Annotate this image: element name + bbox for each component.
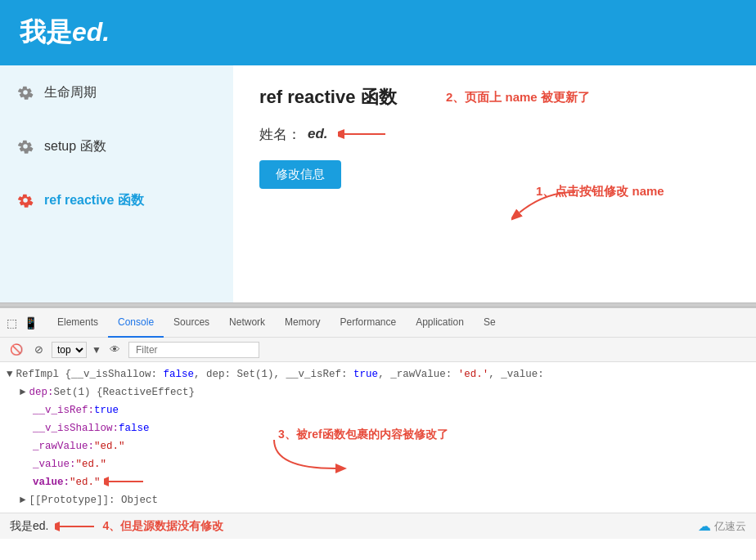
console-output-wrapper: RefImpl {__v_isShallow: false, dep: Set(… (0, 362, 756, 513)
expand-dep[interactable] (20, 384, 26, 401)
tab-elements[interactable]: Elements (47, 308, 108, 338)
annotation-1: 1、点击按钮修改 name (536, 184, 664, 199)
footer-brand: ☁ 亿速云 (698, 518, 746, 534)
sidebar-item-ref-reactive[interactable]: ref reactive 函数 (0, 173, 233, 227)
inspect-icon[interactable]: ⬚ (7, 316, 17, 329)
sidebar-label-ref-reactive: ref reactive 函数 (44, 192, 144, 209)
console-line-dep: dep: Set(1) {ReactiveEffect} (7, 383, 749, 401)
footer-text: 我是ed. (10, 519, 48, 534)
gear-icon-setup (16, 137, 34, 155)
header-title: 我是ed. (20, 15, 110, 51)
main-area: 生命周期 setup 函数 ref reactive 函数 ref reacti… (0, 65, 756, 302)
content-area: ref reactive 函数 姓名： ed. 2、页面上 name 被更新了 … (233, 65, 756, 302)
sidebar-item-setup[interactable]: setup 函数 (0, 119, 233, 173)
sidebar-item-lifecycle[interactable]: 生命周期 (0, 65, 233, 119)
sidebar-label-lifecycle: 生命周期 (44, 84, 97, 101)
console-line-prototype: [[Prototype]]: Object (7, 491, 749, 509)
arrow-to-value (104, 474, 145, 489)
context-select[interactable]: top (52, 342, 87, 358)
filter-button[interactable]: ⊘ (31, 342, 47, 357)
arrow-annotation4 (55, 518, 96, 535)
expand-refimpl[interactable] (7, 366, 13, 383)
device-icon[interactable]: 📱 (24, 316, 38, 329)
gear-icon-ref-reactive (16, 191, 34, 209)
name-line: 姓名： ed. (259, 124, 730, 144)
footer: 我是ed. 4、但是源数据没有修改 ☁ 亿速云 (0, 513, 756, 539)
header: 我是ed. (0, 0, 756, 65)
expand-prototype[interactable] (20, 492, 26, 508)
console-line-v-isref: __v_isRef: true (7, 401, 749, 419)
tab-se[interactable]: Se (474, 308, 506, 338)
devtools-tabs: ⬚ 📱 Elements Console Sources Network Mem… (0, 308, 756, 338)
eye-icon[interactable]: 👁 (106, 342, 124, 357)
arrow-to-name (338, 124, 387, 144)
filter-input[interactable] (128, 342, 259, 358)
tab-network[interactable]: Network (219, 308, 275, 338)
tab-application[interactable]: Application (406, 308, 474, 338)
gear-icon-lifecycle (16, 83, 34, 101)
sidebar: 生命周期 setup 函数 ref reactive 函数 (0, 65, 233, 302)
name-label: 姓名： (259, 125, 301, 144)
arrow-annotation3 (270, 436, 352, 477)
clear-console-button[interactable]: 🚫 (7, 342, 26, 357)
console-line-refimpl: RefImpl {__v_isShallow: false, dep: Set(… (7, 365, 749, 383)
devtools-toolbar: 🚫 ⊘ top ▼ 👁 (0, 338, 756, 362)
tab-sources[interactable]: Sources (164, 308, 219, 338)
dropdown-arrow-icon: ▼ (92, 344, 101, 356)
modify-button[interactable]: 修改信息 (259, 160, 341, 189)
devtools-panel: ⬚ 📱 Elements Console Sources Network Mem… (0, 307, 756, 513)
tab-console[interactable]: Console (108, 308, 164, 338)
tab-performance[interactable]: Performance (330, 308, 406, 338)
annotation-4: 4、但是源数据没有修改 (102, 519, 223, 534)
tab-memory[interactable]: Memory (275, 308, 330, 338)
name-value: ed. (308, 126, 328, 142)
sidebar-label-setup: setup 函数 (44, 138, 106, 155)
console-line-value2: _value: "ed." (7, 455, 749, 473)
console-line-value3: value: "ed." (7, 473, 749, 491)
content-title: ref reactive 函数 (259, 85, 730, 110)
